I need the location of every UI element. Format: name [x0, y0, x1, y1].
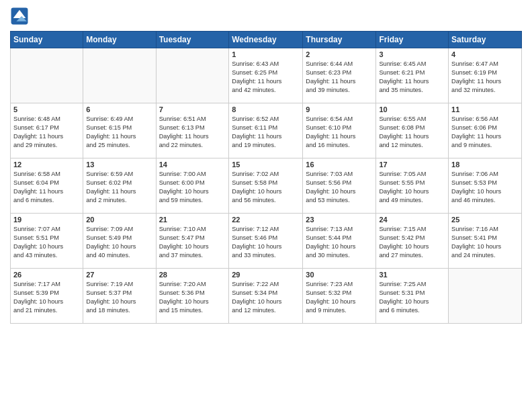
- calendar-week-row: 12Sunrise: 6:58 AMSunset: 6:04 PMDayligh…: [11, 158, 522, 214]
- calendar-cell: 29Sunrise: 7:22 AMSunset: 5:34 PMDayligh…: [229, 269, 303, 324]
- day-info: Sunrise: 7:10 AMSunset: 5:47 PMDaylight:…: [159, 225, 226, 260]
- calendar-cell: 26Sunrise: 7:17 AMSunset: 5:39 PMDayligh…: [11, 269, 83, 324]
- day-info: Sunrise: 7:09 AMSunset: 5:49 PMDaylight:…: [86, 225, 152, 260]
- calendar-cell: 10Sunrise: 6:55 AMSunset: 6:08 PMDayligh…: [376, 103, 449, 158]
- weekday-header: Wednesday: [229, 32, 303, 48]
- weekday-header: Monday: [83, 32, 156, 48]
- day-number: 28: [159, 271, 226, 279]
- calendar-cell: 5Sunrise: 6:48 AMSunset: 6:17 PMDaylight…: [11, 103, 83, 158]
- weekday-header: Tuesday: [156, 32, 229, 48]
- day-info: Sunrise: 7:02 AMSunset: 5:58 PMDaylight:…: [232, 170, 300, 205]
- page-header: [10, 7, 522, 26]
- weekday-header: Sunday: [11, 32, 83, 48]
- day-info: Sunrise: 6:51 AMSunset: 6:13 PMDaylight:…: [159, 115, 226, 150]
- calendar-week-row: 19Sunrise: 7:07 AMSunset: 5:51 PMDayligh…: [11, 214, 522, 269]
- calendar-cell: 20Sunrise: 7:09 AMSunset: 5:49 PMDayligh…: [83, 214, 156, 269]
- day-number: 20: [86, 216, 152, 224]
- calendar-cell: 6Sunrise: 6:49 AMSunset: 6:15 PMDaylight…: [83, 103, 156, 158]
- day-info: Sunrise: 7:25 AMSunset: 5:31 PMDaylight:…: [379, 280, 445, 315]
- day-info: Sunrise: 7:06 AMSunset: 5:53 PMDaylight:…: [451, 170, 519, 205]
- calendar-cell: [449, 269, 522, 324]
- day-info: Sunrise: 7:12 AMSunset: 5:46 PMDaylight:…: [232, 225, 300, 260]
- calendar-cell: [11, 48, 83, 103]
- day-info: Sunrise: 6:48 AMSunset: 6:17 PMDaylight:…: [13, 115, 80, 150]
- day-info: Sunrise: 6:45 AMSunset: 6:21 PMDaylight:…: [379, 60, 445, 95]
- calendar-cell: 13Sunrise: 6:59 AMSunset: 6:02 PMDayligh…: [83, 158, 156, 214]
- weekday-header: Friday: [376, 32, 449, 48]
- calendar-cell: 14Sunrise: 7:00 AMSunset: 6:00 PMDayligh…: [156, 158, 229, 214]
- day-number: 26: [13, 271, 80, 279]
- calendar-cell: 30Sunrise: 7:23 AMSunset: 5:32 PMDayligh…: [303, 269, 376, 324]
- calendar-cell: 4Sunrise: 6:47 AMSunset: 6:19 PMDaylight…: [449, 48, 522, 103]
- calendar-cell: 25Sunrise: 7:16 AMSunset: 5:41 PMDayligh…: [449, 214, 522, 269]
- calendar-cell: 21Sunrise: 7:10 AMSunset: 5:47 PMDayligh…: [156, 214, 229, 269]
- calendar-cell: 28Sunrise: 7:20 AMSunset: 5:36 PMDayligh…: [156, 269, 229, 324]
- day-info: Sunrise: 7:16 AMSunset: 5:41 PMDaylight:…: [451, 225, 519, 260]
- day-number: 17: [379, 161, 445, 169]
- calendar-cell: [156, 48, 229, 103]
- day-info: Sunrise: 6:55 AMSunset: 6:08 PMDaylight:…: [379, 115, 445, 150]
- day-info: Sunrise: 7:07 AMSunset: 5:51 PMDaylight:…: [13, 225, 80, 260]
- calendar-cell: 19Sunrise: 7:07 AMSunset: 5:51 PMDayligh…: [11, 214, 83, 269]
- day-number: 1: [232, 50, 300, 58]
- day-number: 6: [86, 105, 152, 113]
- calendar-cell: 1Sunrise: 6:43 AMSunset: 6:25 PMDaylight…: [229, 48, 303, 103]
- day-info: Sunrise: 7:05 AMSunset: 5:55 PMDaylight:…: [379, 170, 445, 205]
- calendar-cell: 31Sunrise: 7:25 AMSunset: 5:31 PMDayligh…: [376, 269, 449, 324]
- day-number: 30: [306, 271, 373, 279]
- day-info: Sunrise: 6:56 AMSunset: 6:06 PMDaylight:…: [451, 115, 519, 150]
- calendar-week-row: 1Sunrise: 6:43 AMSunset: 6:25 PMDaylight…: [11, 48, 522, 103]
- calendar-cell: 11Sunrise: 6:56 AMSunset: 6:06 PMDayligh…: [449, 103, 522, 158]
- weekday-header: Saturday: [449, 32, 522, 48]
- day-number: 24: [379, 216, 445, 224]
- weekday-header: Thursday: [303, 32, 376, 48]
- day-info: Sunrise: 6:54 AMSunset: 6:10 PMDaylight:…: [306, 115, 373, 150]
- calendar-cell: [83, 48, 156, 103]
- day-info: Sunrise: 6:58 AMSunset: 6:04 PMDaylight:…: [13, 170, 80, 205]
- logo: [10, 7, 32, 26]
- calendar-cell: 17Sunrise: 7:05 AMSunset: 5:55 PMDayligh…: [376, 158, 449, 214]
- calendar-cell: 18Sunrise: 7:06 AMSunset: 5:53 PMDayligh…: [449, 158, 522, 214]
- day-info: Sunrise: 7:23 AMSunset: 5:32 PMDaylight:…: [306, 280, 373, 315]
- calendar-cell: 24Sunrise: 7:15 AMSunset: 5:42 PMDayligh…: [376, 214, 449, 269]
- day-number: 31: [379, 271, 445, 279]
- day-number: 5: [13, 105, 80, 113]
- day-number: 16: [306, 161, 373, 169]
- day-number: 9: [306, 105, 373, 113]
- day-info: Sunrise: 6:59 AMSunset: 6:02 PMDaylight:…: [86, 170, 152, 205]
- calendar-cell: 2Sunrise: 6:44 AMSunset: 6:23 PMDaylight…: [303, 48, 376, 103]
- day-info: Sunrise: 7:22 AMSunset: 5:34 PMDaylight:…: [232, 280, 300, 315]
- day-info: Sunrise: 7:15 AMSunset: 5:42 PMDaylight:…: [379, 225, 445, 260]
- day-number: 19: [13, 216, 80, 224]
- calendar-header-row: SundayMondayTuesdayWednesdayThursdayFrid…: [11, 32, 522, 48]
- calendar-cell: 7Sunrise: 6:51 AMSunset: 6:13 PMDaylight…: [156, 103, 229, 158]
- day-info: Sunrise: 7:20 AMSunset: 5:36 PMDaylight:…: [159, 280, 226, 315]
- day-number: 21: [159, 216, 226, 224]
- day-info: Sunrise: 7:13 AMSunset: 5:44 PMDaylight:…: [306, 225, 373, 260]
- calendar-cell: 12Sunrise: 6:58 AMSunset: 6:04 PMDayligh…: [11, 158, 83, 214]
- day-number: 12: [13, 161, 80, 169]
- day-number: 18: [451, 161, 519, 169]
- day-number: 13: [86, 161, 152, 169]
- day-number: 27: [86, 271, 152, 279]
- calendar-week-row: 5Sunrise: 6:48 AMSunset: 6:17 PMDaylight…: [11, 103, 522, 158]
- day-info: Sunrise: 6:43 AMSunset: 6:25 PMDaylight:…: [232, 60, 300, 95]
- day-number: 7: [159, 105, 226, 113]
- page-container: SundayMondayTuesdayWednesdayThursdayFrid…: [0, 0, 532, 411]
- day-info: Sunrise: 6:49 AMSunset: 6:15 PMDaylight:…: [86, 115, 152, 150]
- day-info: Sunrise: 7:03 AMSunset: 5:56 PMDaylight:…: [306, 170, 373, 205]
- calendar-cell: 3Sunrise: 6:45 AMSunset: 6:21 PMDaylight…: [376, 48, 449, 103]
- day-number: 4: [451, 50, 519, 58]
- calendar-cell: 9Sunrise: 6:54 AMSunset: 6:10 PMDaylight…: [303, 103, 376, 158]
- day-number: 3: [379, 50, 445, 58]
- calendar-cell: 16Sunrise: 7:03 AMSunset: 5:56 PMDayligh…: [303, 158, 376, 214]
- day-info: Sunrise: 7:00 AMSunset: 6:00 PMDaylight:…: [159, 170, 226, 205]
- day-info: Sunrise: 6:44 AMSunset: 6:23 PMDaylight:…: [306, 60, 373, 95]
- day-number: 10: [379, 105, 445, 113]
- day-number: 23: [306, 216, 373, 224]
- day-number: 29: [232, 271, 300, 279]
- day-info: Sunrise: 6:52 AMSunset: 6:11 PMDaylight:…: [232, 115, 300, 150]
- day-number: 22: [232, 216, 300, 224]
- day-info: Sunrise: 6:47 AMSunset: 6:19 PMDaylight:…: [451, 60, 519, 95]
- calendar-cell: 15Sunrise: 7:02 AMSunset: 5:58 PMDayligh…: [229, 158, 303, 214]
